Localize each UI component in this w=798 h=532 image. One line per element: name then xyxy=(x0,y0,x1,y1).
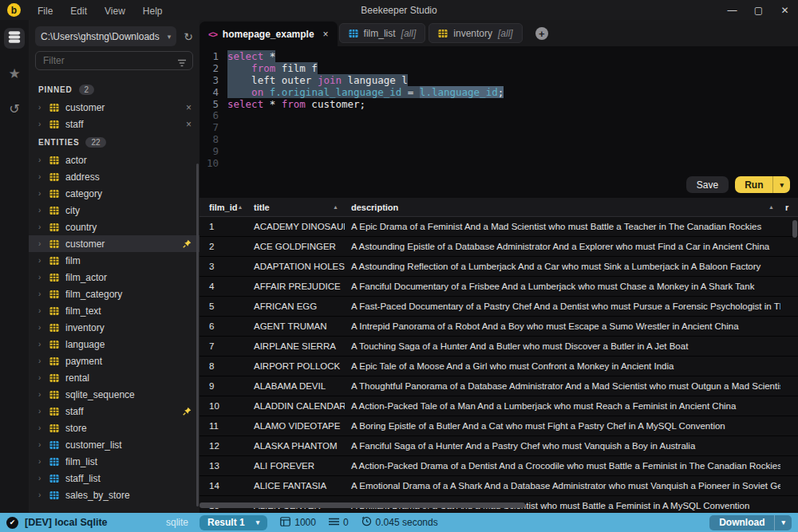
tab-inventory[interactable]: inventory[all] xyxy=(429,23,522,43)
chevron-right-icon[interactable]: › xyxy=(38,189,49,198)
chevron-right-icon[interactable]: › xyxy=(38,491,49,499)
entity-item-film_text[interactable]: ›film_text xyxy=(29,302,200,319)
horizontal-scrollbar[interactable] xyxy=(200,502,525,508)
menu-view[interactable]: View xyxy=(96,6,134,17)
cell-description[interactable]: A Fanciful Saga of a Hunter And a Pastry… xyxy=(345,441,780,451)
pin-icon[interactable] xyxy=(183,239,192,248)
chevron-right-icon[interactable]: › xyxy=(38,390,49,399)
unpin-icon[interactable]: × xyxy=(186,102,192,113)
sort-arrow-icon[interactable]: ▲ xyxy=(237,204,243,210)
entity-item-sales_by_store[interactable]: ›sales_by_store xyxy=(29,487,200,503)
cell-film-id[interactable]: 14 xyxy=(200,481,247,491)
table-row[interactable]: 10ALADDIN CALENDARA Action-Packed Tale o… xyxy=(200,396,798,416)
entity-item-store[interactable]: ›store xyxy=(29,420,200,436)
cell-film-id[interactable]: 1 xyxy=(200,222,247,231)
table-row[interactable]: 8AIRPORT POLLOCKA Epic Tale of a Moose A… xyxy=(200,357,798,376)
table-row[interactable]: 11ALAMO VIDEOTAPEA Boring Epistle of a B… xyxy=(200,416,798,436)
entity-item-film_actor[interactable]: ›film_actor xyxy=(29,269,200,286)
entity-item-inventory[interactable]: ›inventory xyxy=(29,319,200,336)
close-tab-icon[interactable]: × xyxy=(323,29,329,40)
cell-title[interactable]: AIRPLANE SIERRA xyxy=(247,341,345,351)
table-row[interactable]: 7AIRPLANE SIERRAA Touching Saga of a Hun… xyxy=(200,337,798,357)
maximize-button[interactable]: ▢ xyxy=(745,5,772,16)
sort-arrow-icon[interactable]: ▲ xyxy=(768,204,774,210)
chevron-right-icon[interactable]: › xyxy=(38,474,49,483)
result-select[interactable]: Result 1 ▾ xyxy=(200,515,267,530)
pinned-item-customer[interactable]: ›customer× xyxy=(29,99,200,116)
run-button[interactable]: Run ▾ xyxy=(735,176,790,193)
table-row[interactable]: 12ALASKA PHANTOMA Fanciful Saga of a Hun… xyxy=(200,436,798,456)
cell-title[interactable]: ALASKA PHANTOM xyxy=(247,441,345,451)
entity-item-sqlite_sequence[interactable]: ›sqlite_sequence xyxy=(29,386,200,403)
pin-icon[interactable] xyxy=(183,407,192,416)
entity-item-film_list[interactable]: ›film_list xyxy=(29,453,200,470)
column-header-description[interactable]: description▲ xyxy=(345,198,780,216)
cell-description[interactable]: A Epic Drama of a Feminist And a Mad Sci… xyxy=(345,222,780,231)
table-row[interactable]: 4AFFAIR PREJUDICEA Fanciful Documentary … xyxy=(200,277,798,297)
entity-item-address[interactable]: ›address xyxy=(29,168,200,185)
favorites-panel-button[interactable]: ★ xyxy=(4,63,25,84)
chevron-right-icon[interactable]: › xyxy=(38,206,49,215)
cell-title[interactable]: ALI FOREVER xyxy=(247,461,345,471)
chevron-right-icon[interactable]: › xyxy=(38,323,49,332)
download-button[interactable]: Download ▾ xyxy=(709,515,792,530)
chevron-right-icon[interactable]: › xyxy=(38,440,49,449)
cell-title[interactable]: ADAPTATION HOLES xyxy=(247,262,345,271)
cell-title[interactable]: ALAMO VIDEOTAPE xyxy=(247,421,345,431)
tables-panel-button[interactable] xyxy=(4,28,25,49)
cell-description[interactable]: A Epic Tale of a Moose And a Girl who mu… xyxy=(345,361,780,371)
entity-item-payment[interactable]: ›payment xyxy=(29,353,200,369)
chevron-right-icon[interactable]: › xyxy=(38,239,49,248)
vertical-scrollbar[interactable] xyxy=(792,220,797,238)
cell-title[interactable]: ALABAMA DEVIL xyxy=(247,381,345,391)
table-row[interactable]: 9ALABAMA DEVILA Thoughtful Panorama of a… xyxy=(200,376,798,396)
cell-film-id[interactable]: 10 xyxy=(200,401,247,411)
entity-item-film_category[interactable]: ›film_category xyxy=(29,286,200,302)
cell-film-id[interactable]: 13 xyxy=(200,461,247,471)
cell-title[interactable]: AFRICAN EGG xyxy=(247,301,345,311)
unpin-icon[interactable]: × xyxy=(186,119,192,130)
chevron-right-icon[interactable]: › xyxy=(38,156,49,164)
entity-item-staff[interactable]: ›staff xyxy=(29,403,200,420)
cell-film-id[interactable]: 5 xyxy=(200,301,247,311)
chevron-right-icon[interactable]: › xyxy=(38,407,49,416)
cell-description[interactable]: A Astounding Reflection of a Lumberjack … xyxy=(345,262,780,271)
table-row[interactable]: 2ACE GOLDFINGERA Astounding Epistle of a… xyxy=(200,237,798,257)
pinned-section-header[interactable]: PINNED 2 xyxy=(29,80,200,99)
cell-title[interactable]: AIRPORT POLLOCK xyxy=(247,361,345,371)
chevron-right-icon[interactable]: › xyxy=(38,306,49,315)
table-row[interactable]: 6AGENT TRUMANA Intrepid Panorama of a Ro… xyxy=(200,317,798,337)
chevron-right-icon[interactable]: › xyxy=(38,373,49,382)
cell-description[interactable]: A Astounding Epistle of a Database Admin… xyxy=(345,242,780,251)
entity-item-film[interactable]: ›film xyxy=(29,252,200,269)
cell-film-id[interactable]: 12 xyxy=(200,441,247,451)
chevron-right-icon[interactable]: › xyxy=(38,172,49,181)
cell-film-id[interactable]: 11 xyxy=(200,421,247,431)
cell-film-id[interactable]: 4 xyxy=(200,282,247,291)
chevron-right-icon[interactable]: › xyxy=(38,120,49,128)
cell-title[interactable]: ACE GOLDFINGER xyxy=(247,242,345,251)
tab-homepage_example[interactable]: <>homepage_example× xyxy=(200,22,338,46)
menu-help[interactable]: Help xyxy=(134,6,172,17)
column-header-title[interactable]: title▲ xyxy=(247,198,345,216)
sort-arrow-icon[interactable]: ▲ xyxy=(333,204,338,210)
table-row[interactable]: 13ALI FOREVERA Action-Packed Drama of a … xyxy=(200,456,798,476)
column-header-r[interactable]: r xyxy=(780,198,798,216)
cell-description[interactable]: A Fanciful Documentary of a Frisbee And … xyxy=(345,282,780,291)
entity-item-actor[interactable]: ›actor xyxy=(29,152,200,168)
column-header-film_id[interactable]: film_id▲ xyxy=(200,198,247,216)
entity-item-country[interactable]: ›country xyxy=(29,219,200,235)
chevron-right-icon[interactable]: › xyxy=(38,223,49,231)
table-row[interactable]: 5AFRICAN EGGA Fast-Paced Documentary of … xyxy=(200,297,798,317)
chevron-right-icon[interactable]: › xyxy=(38,357,49,365)
entity-item-city[interactable]: ›city xyxy=(29,202,200,219)
cell-title[interactable]: AFFAIR PREJUDICE xyxy=(247,282,345,291)
table-row[interactable]: 1ACADEMY DINOSAURA Epic Drama of a Femin… xyxy=(200,217,798,237)
cell-film-id[interactable]: 7 xyxy=(200,341,247,351)
chevron-right-icon[interactable]: › xyxy=(38,340,49,349)
cell-description[interactable]: A Intrepid Panorama of a Robot And a Boy… xyxy=(345,321,780,331)
pinned-item-staff[interactable]: ›staff× xyxy=(29,116,200,132)
cell-description[interactable]: A Thoughtful Panorama of a Database Admi… xyxy=(345,381,780,391)
table-row[interactable]: 3ADAPTATION HOLESA Astounding Reflection… xyxy=(200,257,798,277)
cell-description[interactable]: A Boring Epistle of a Butler And a Cat w… xyxy=(345,421,780,431)
